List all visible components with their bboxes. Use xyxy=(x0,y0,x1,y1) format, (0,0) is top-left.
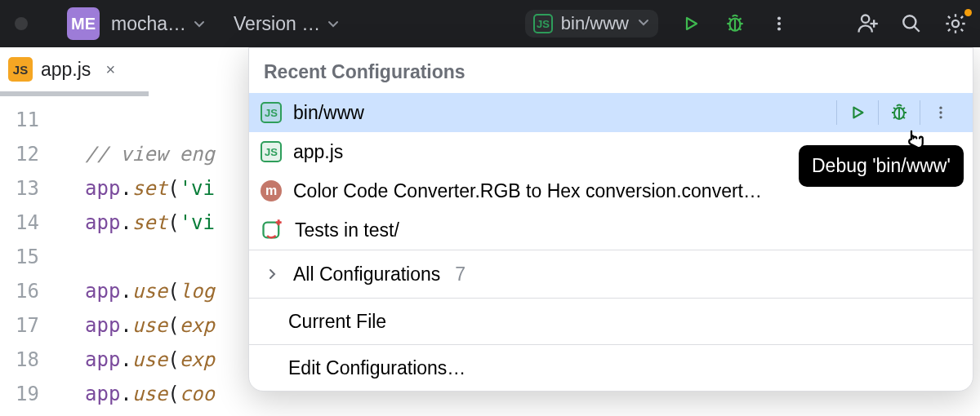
project-name-label: mocha… xyxy=(111,13,186,35)
config-item-bin-www[interactable]: JS bin/www xyxy=(249,93,973,132)
code-with-me-button[interactable] xyxy=(851,7,884,40)
tab-filename[interactable]: app.js xyxy=(41,59,91,81)
svg-line-15 xyxy=(914,26,920,32)
project-badge[interactable]: ME xyxy=(67,7,100,40)
svg-line-4 xyxy=(728,19,731,20)
nodejs-icon: JS xyxy=(261,141,282,162)
config-item-label: bin/www xyxy=(293,102,825,124)
config-item-tests[interactable]: Tests in test/ xyxy=(249,210,973,250)
nodejs-icon: JS xyxy=(533,14,553,33)
chevron-down-icon xyxy=(193,13,206,35)
search-button[interactable] xyxy=(895,7,928,40)
run-config-button[interactable] xyxy=(837,96,878,129)
all-configurations-count: 7 xyxy=(455,263,466,285)
mocha-icon: m xyxy=(261,180,282,201)
run-config-label: bin/www xyxy=(561,13,629,34)
svg-line-22 xyxy=(902,108,905,109)
settings-notification-dot xyxy=(964,9,972,16)
more-actions-button[interactable] xyxy=(763,7,795,40)
run-config-popup: Recent Configurations JS bin/www JS app.… xyxy=(248,47,973,392)
js-file-icon: JS xyxy=(8,57,33,82)
chevron-down-icon xyxy=(637,15,650,32)
popup-header: Recent Configurations xyxy=(249,48,973,93)
current-file-label: Current File xyxy=(288,311,386,333)
config-item-actions xyxy=(836,96,961,129)
svg-point-25 xyxy=(939,107,942,109)
debug-tooltip: Debug 'bin/www' xyxy=(799,145,964,187)
config-item-label: Tests in test/ xyxy=(295,219,961,241)
svg-point-8 xyxy=(777,17,781,20)
version-label: Version … xyxy=(234,13,320,35)
project-name-dropdown[interactable]: mocha… xyxy=(111,13,206,35)
nodejs-icon: JS xyxy=(261,102,282,123)
svg-point-27 xyxy=(939,116,942,118)
svg-rect-28 xyxy=(264,223,279,238)
tests-folder-icon xyxy=(261,219,283,241)
debug-config-button[interactable] xyxy=(879,96,920,129)
all-configurations-row[interactable]: All Configurations 7 xyxy=(249,250,973,298)
run-button[interactable] xyxy=(675,7,707,40)
titlebar: ME mocha… Version … JS bin/www xyxy=(0,0,980,47)
svg-point-14 xyxy=(903,15,915,28)
svg-point-11 xyxy=(862,15,869,23)
run-config-selector[interactable]: JS bin/www xyxy=(525,10,658,38)
mouse-cursor-icon xyxy=(903,128,928,156)
svg-point-10 xyxy=(777,27,781,30)
config-more-button[interactable] xyxy=(920,96,961,129)
svg-point-9 xyxy=(777,22,781,25)
svg-line-5 xyxy=(738,19,741,20)
chevron-right-icon xyxy=(265,263,278,285)
line-number-gutter: 111213 141516 171819 xyxy=(0,103,54,411)
edit-configurations-label: Edit Configurations… xyxy=(288,357,466,379)
svg-line-21 xyxy=(893,108,896,109)
close-tab-button[interactable]: × xyxy=(105,60,115,79)
code-lines: // view eng app.set('vi app.set('vi app.… xyxy=(54,103,215,411)
current-file-row[interactable]: Current File xyxy=(249,299,973,344)
edit-configurations-row[interactable]: Edit Configurations… xyxy=(249,345,973,391)
settings-button[interactable] xyxy=(939,7,972,40)
svg-point-26 xyxy=(939,111,942,113)
all-configurations-label: All Configurations xyxy=(293,263,440,285)
window-close-dot[interactable] xyxy=(15,17,28,30)
chevron-down-icon xyxy=(327,13,340,35)
svg-point-16 xyxy=(952,20,959,27)
debug-button[interactable] xyxy=(719,7,751,40)
version-control-dropdown[interactable]: Version … xyxy=(234,13,340,35)
tab-active-indicator xyxy=(0,91,149,96)
